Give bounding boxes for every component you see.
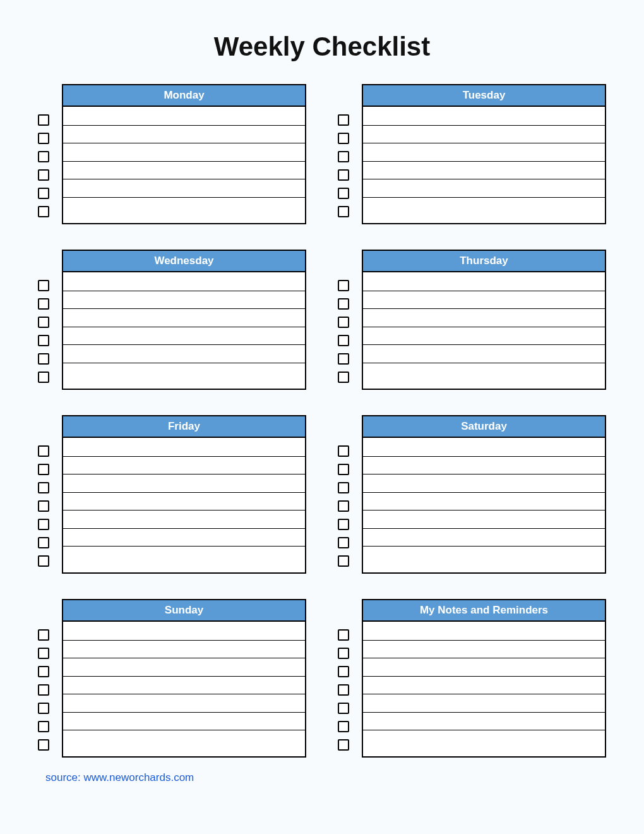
checkbox[interactable]	[38, 537, 49, 548]
checklist-row[interactable]	[63, 291, 305, 309]
checkbox[interactable]	[338, 206, 349, 217]
checkbox[interactable]	[338, 151, 349, 162]
checkbox[interactable]	[38, 464, 49, 475]
checklist-row[interactable]	[363, 272, 605, 291]
checklist-row[interactable]	[363, 640, 605, 658]
checkbox[interactable]	[38, 372, 49, 383]
checklist-row[interactable]	[363, 327, 605, 345]
checklist-row[interactable]	[363, 291, 605, 309]
checklist-row[interactable]	[63, 640, 305, 658]
checklist-row[interactable]	[363, 438, 605, 456]
checkbox[interactable]	[38, 648, 49, 659]
checklist-row[interactable]	[363, 712, 605, 730]
checklist-row[interactable]	[363, 363, 605, 381]
checklist-row[interactable]	[63, 510, 305, 528]
checkbox[interactable]	[38, 555, 49, 567]
checklist-row[interactable]	[63, 730, 305, 748]
checkbox[interactable]	[38, 298, 49, 310]
checkbox[interactable]	[38, 169, 49, 181]
checklist-row[interactable]	[363, 694, 605, 712]
checkbox[interactable]	[38, 188, 49, 199]
checkbox[interactable]	[338, 739, 349, 751]
checklist-row[interactable]	[363, 546, 605, 564]
checklist-row[interactable]	[63, 125, 305, 143]
checklist-row[interactable]	[63, 179, 305, 197]
checklist-row[interactable]	[63, 492, 305, 511]
checkbox[interactable]	[338, 133, 349, 144]
checkbox[interactable]	[38, 280, 49, 291]
checkbox[interactable]	[38, 445, 49, 457]
checkbox[interactable]	[38, 500, 49, 512]
checkbox[interactable]	[338, 519, 349, 530]
checkbox[interactable]	[338, 353, 349, 365]
checklist-row[interactable]	[363, 344, 605, 363]
checklist-row[interactable]	[63, 438, 305, 456]
checkbox[interactable]	[338, 464, 349, 475]
checkbox[interactable]	[338, 445, 349, 457]
checklist-row[interactable]	[363, 622, 605, 640]
checkbox[interactable]	[38, 721, 49, 732]
checklist-row[interactable]	[363, 179, 605, 197]
checkbox[interactable]	[338, 537, 349, 548]
checklist-row[interactable]	[363, 492, 605, 511]
checklist-row[interactable]	[363, 161, 605, 179]
checklist-row[interactable]	[63, 474, 305, 492]
checkbox[interactable]	[38, 133, 49, 144]
checkbox[interactable]	[338, 500, 349, 512]
checkbox[interactable]	[38, 666, 49, 677]
checklist-row[interactable]	[363, 510, 605, 528]
checkbox[interactable]	[338, 648, 349, 659]
checkbox[interactable]	[338, 114, 349, 126]
checkbox[interactable]	[38, 114, 49, 126]
checklist-row[interactable]	[363, 143, 605, 161]
checklist-row[interactable]	[63, 694, 305, 712]
checklist-row[interactable]	[363, 676, 605, 694]
checkbox[interactable]	[338, 169, 349, 181]
checklist-row[interactable]	[363, 308, 605, 327]
checkbox[interactable]	[38, 151, 49, 162]
checkbox[interactable]	[38, 519, 49, 530]
checklist-row[interactable]	[363, 197, 605, 215]
checkbox[interactable]	[38, 739, 49, 751]
checkbox[interactable]	[338, 703, 349, 714]
checkbox[interactable]	[338, 721, 349, 732]
checklist-row[interactable]	[363, 107, 605, 125]
checkbox[interactable]	[338, 684, 349, 696]
checkbox[interactable]	[38, 206, 49, 217]
checklist-row[interactable]	[63, 308, 305, 327]
checklist-row[interactable]	[63, 676, 305, 694]
checklist-row[interactable]	[63, 456, 305, 474]
checklist-row[interactable]	[63, 327, 305, 345]
checkbox[interactable]	[338, 280, 349, 291]
checkbox[interactable]	[338, 482, 349, 493]
checklist-row[interactable]	[63, 712, 305, 730]
checklist-row[interactable]	[63, 161, 305, 179]
checkbox[interactable]	[38, 684, 49, 696]
checkbox[interactable]	[338, 372, 349, 383]
checklist-row[interactable]	[63, 272, 305, 291]
checkbox[interactable]	[38, 335, 49, 346]
checklist-row[interactable]	[363, 730, 605, 748]
checkbox[interactable]	[338, 298, 349, 310]
checkbox[interactable]	[338, 188, 349, 199]
checklist-row[interactable]	[63, 344, 305, 363]
checklist-row[interactable]	[63, 107, 305, 125]
checklist-row[interactable]	[63, 622, 305, 640]
checklist-row[interactable]	[363, 456, 605, 474]
checkbox[interactable]	[38, 482, 49, 493]
checkbox[interactable]	[38, 317, 49, 328]
checkbox[interactable]	[38, 629, 49, 641]
checkbox[interactable]	[338, 666, 349, 677]
checkbox[interactable]	[338, 317, 349, 328]
checkbox[interactable]	[38, 703, 49, 714]
checklist-row[interactable]	[363, 528, 605, 547]
checklist-row[interactable]	[363, 658, 605, 676]
checklist-row[interactable]	[363, 125, 605, 143]
checklist-row[interactable]	[63, 658, 305, 676]
checklist-row[interactable]	[63, 143, 305, 161]
checkbox[interactable]	[338, 629, 349, 641]
checklist-row[interactable]	[363, 474, 605, 492]
checklist-row[interactable]	[63, 528, 305, 547]
checklist-row[interactable]	[63, 197, 305, 215]
checklist-row[interactable]	[63, 363, 305, 381]
